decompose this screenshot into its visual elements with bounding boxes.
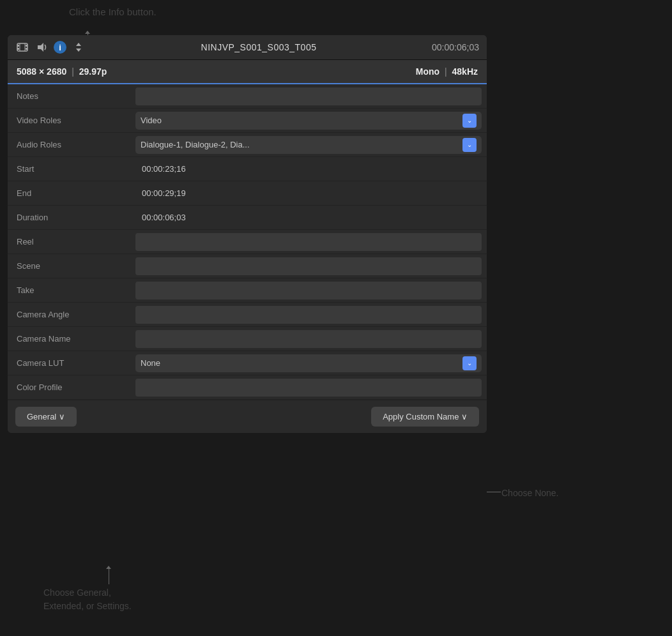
prop-label-7: Scene xyxy=(8,256,135,276)
prop-dropdown-11[interactable]: None⌄ xyxy=(135,354,482,372)
footer-bar: General ∨ Apply Custom Name ∨ xyxy=(8,400,487,433)
prop-value-4: 00:00:29;19 xyxy=(135,183,487,203)
resolution-info: 5088 × 2680 | 29.97p xyxy=(17,66,107,77)
right-annotation: Choose None. xyxy=(501,488,559,498)
general-button[interactable]: General ∨ xyxy=(15,407,77,427)
prop-label-5: Duration xyxy=(8,208,135,227)
prop-row-take: Take xyxy=(8,278,487,303)
svg-rect-4 xyxy=(26,48,27,50)
prop-value-3: 00:00:23;16 xyxy=(135,159,487,179)
bottom-arrowhead xyxy=(106,566,111,569)
prop-label-6: Reel xyxy=(8,232,135,252)
prop-label-2: Audio Roles xyxy=(8,135,135,155)
audio-info: Mono | 48kHz xyxy=(416,66,478,77)
properties-table: NotesVideo RolesVideo⌄Audio RolesDialogu… xyxy=(8,84,487,400)
audio-icon[interactable] xyxy=(34,40,49,54)
prop-row-camera-lut: Camera LUTNone⌄ xyxy=(8,351,487,375)
prop-row-audio-roles: Audio RolesDialogue-1, Dialogue-2, Dia..… xyxy=(8,133,487,157)
apply-custom-name-button[interactable]: Apply Custom Name ∨ xyxy=(371,407,479,427)
prop-input-7[interactable] xyxy=(135,257,482,275)
svg-rect-3 xyxy=(26,45,27,47)
svg-marker-8 xyxy=(76,43,81,46)
prop-row-end: End00:00:29;19 xyxy=(8,181,487,206)
prop-row-color-profile: Color Profile xyxy=(8,375,487,400)
timecode: 00:00:06;03 xyxy=(432,42,479,52)
toolbar: i NINJVP_S001_S003_T005 00:00:06;03 xyxy=(8,35,487,60)
prop-input-8[interactable] xyxy=(135,282,482,299)
prop-label-3: Start xyxy=(8,159,135,179)
bottom-arrow-line xyxy=(109,568,109,584)
prop-label-8: Take xyxy=(8,280,135,300)
svg-rect-1 xyxy=(17,45,19,47)
prop-label-11: Camera LUT xyxy=(8,353,135,373)
arrows-icon[interactable] xyxy=(72,40,86,54)
prop-label-9: Camera Angle xyxy=(8,305,135,324)
prop-label-12: Color Profile xyxy=(8,377,135,397)
prop-label-0: Notes xyxy=(8,86,135,106)
prop-label-10: Camera Name xyxy=(8,329,135,349)
connector-line-right xyxy=(487,492,501,492)
bottom-annotation: Choose General, Extended, or Settings. xyxy=(43,586,132,613)
prop-dropdown-2[interactable]: Dialogue-1, Dialogue-2, Dia...⌄ xyxy=(135,136,482,154)
film-icon[interactable] xyxy=(15,40,29,54)
dropdown-arrow-2: ⌄ xyxy=(462,138,477,152)
info-bar: 5088 × 2680 | 29.97p Mono | 48kHz xyxy=(8,60,487,84)
prop-input-12[interactable] xyxy=(135,379,482,397)
prop-row-reel: Reel xyxy=(8,230,487,254)
svg-rect-2 xyxy=(17,48,19,50)
prop-row-camera-angle: Camera Angle xyxy=(8,303,487,327)
clip-title: NINJVP_S001_S003_T005 xyxy=(91,42,427,52)
dropdown-arrow-11: ⌄ xyxy=(462,356,477,370)
prop-input-10[interactable] xyxy=(135,330,482,348)
svg-marker-9 xyxy=(76,49,81,52)
info-button[interactable]: i xyxy=(54,41,66,54)
prop-value-5: 00:00:06;03 xyxy=(135,208,487,227)
annotation-arrowhead xyxy=(85,31,90,34)
prop-row-scene: Scene xyxy=(8,254,487,278)
prop-input-6[interactable] xyxy=(135,233,482,251)
dropdown-arrow-1: ⌄ xyxy=(462,114,477,128)
prop-row-notes: Notes xyxy=(8,84,487,109)
prop-row-start: Start00:00:23;16 xyxy=(8,157,487,181)
page-wrapper: Click the Info button. xyxy=(0,0,672,636)
prop-row-duration: Duration00:00:06;03 xyxy=(8,206,487,230)
prop-dropdown-1[interactable]: Video⌄ xyxy=(135,112,482,130)
prop-label-4: End xyxy=(8,183,135,203)
prop-row-camera-name: Camera Name xyxy=(8,327,487,351)
prop-input-0[interactable] xyxy=(135,87,482,105)
prop-label-1: Video Roles xyxy=(8,110,135,130)
top-annotation: Click the Info button. xyxy=(69,5,157,19)
prop-input-9[interactable] xyxy=(135,306,482,324)
svg-rect-0 xyxy=(17,43,27,51)
prop-row-video-roles: Video RolesVideo⌄ xyxy=(8,109,487,133)
svg-marker-7 xyxy=(38,43,43,52)
main-panel: i NINJVP_S001_S003_T005 00:00:06;03 5088… xyxy=(8,35,487,433)
